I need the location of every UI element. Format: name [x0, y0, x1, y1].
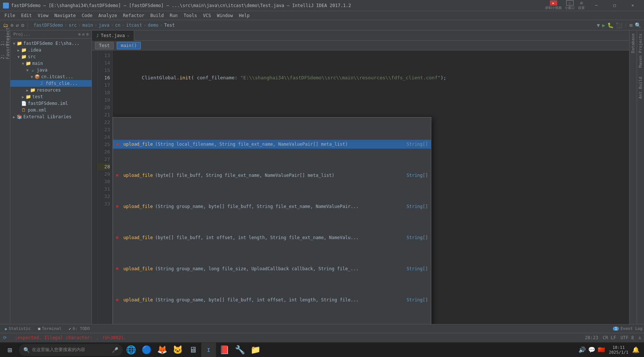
ac-method-name: upload_file: [123, 234, 153, 241]
menu-run[interactable]: Run: [167, 11, 181, 20]
code-editor[interactable]: 13 14 15 16 17 18 19 20 21 22 23 24 25 2…: [92, 50, 629, 324]
taskbar-acrobat[interactable]: 📕: [217, 343, 232, 357]
tree-main[interactable]: ▼ 📁 main: [10, 60, 92, 67]
minimize-btn[interactable]: ─: [588, 0, 605, 11]
window-controls: ─ □ ✕: [588, 0, 641, 11]
menu-code[interactable]: Code: [79, 11, 96, 20]
menu-analyze[interactable]: Analyze: [95, 11, 120, 20]
bc-cn[interactable]: cn: [115, 23, 120, 28]
run-btn[interactable]: ▶: [602, 22, 605, 28]
todo-tab[interactable]: ✔ 6: TODO: [66, 325, 93, 332]
project-header-label: Proj...: [13, 32, 30, 37]
small-window-btn[interactable]: □ 小窗口: [565, 0, 575, 10]
tree-pom[interactable]: 🗒 pom.xml: [10, 107, 92, 113]
ac-item-3[interactable]: m upload_file(String group_name, byte[] …: [113, 202, 431, 211]
bc-main[interactable]: main: [82, 23, 93, 28]
bottom-toolbar: ◆ Statistic ■ Terminal ✔ 6: TODO 1 Event…: [0, 324, 644, 333]
menu-window[interactable]: Window: [214, 11, 236, 20]
ac-item-5[interactable]: m upload_file(String group_name, long fi…: [113, 264, 431, 273]
toolbar-btn-1[interactable]: ⊕: [10, 22, 13, 28]
menu-refactor[interactable]: Refactor: [120, 11, 147, 20]
settings-gear[interactable]: ⚙: [21, 22, 24, 28]
record-video-btn[interactable]: ▶ 录制小视频: [545, 0, 562, 10]
ac-params: (String group_name, byte[] file_buff, in…: [155, 296, 358, 304]
menu-view[interactable]: View: [35, 11, 52, 20]
method-selector[interactable]: main(): [117, 42, 141, 49]
close-btn[interactable]: ✕: [624, 0, 641, 11]
class-selector[interactable]: Test: [95, 42, 114, 49]
bc-src[interactable]: src: [69, 23, 77, 28]
tree-fdfs[interactable]: J fdfs_clie...: [10, 80, 92, 87]
statistic-tab[interactable]: ◆ Statistic: [1, 325, 34, 332]
menu-vcs[interactable]: VCS: [200, 11, 214, 20]
ac-item-4[interactable]: m upload_file(byte[] file_buff, int offs…: [113, 233, 431, 242]
maximize-btn[interactable]: □: [606, 0, 623, 11]
menu-build[interactable]: Build: [147, 11, 167, 20]
taskbar-idea[interactable]: I: [201, 343, 216, 357]
maven-tab[interactable]: Maven Projects: [637, 30, 644, 71]
bc-java[interactable]: java: [99, 23, 109, 28]
start-button[interactable]: ⊞: [1, 343, 18, 357]
fav-btn[interactable]: 2: Favorites: [0, 42, 10, 52]
tree-iml[interactable]: 📄 fastDFSdemo.iml: [10, 100, 92, 107]
ac-item-6[interactable]: m upload_file(String group_name, byte[] …: [113, 295, 431, 304]
ac-method-icon: m: [116, 172, 121, 179]
tree-label: fdfs_clie...: [46, 81, 78, 86]
search-everywhere-btn[interactable]: 🔍: [635, 22, 641, 28]
taskbar-folder[interactable]: 📁: [248, 343, 263, 357]
grid-view-btn[interactable]: ⊞: [630, 22, 633, 28]
ph-btn2[interactable]: ⇄: [82, 32, 85, 37]
tab-close-btn[interactable]: ✕: [127, 34, 129, 38]
tree-arrow: ▶: [16, 48, 21, 52]
code-content[interactable]: ClientGlobal.init( conf_filename: "E:\\s…: [113, 50, 629, 324]
settings-btn[interactable]: ⚙ 设置: [578, 0, 585, 10]
ph-btn3[interactable]: ⚙: [86, 32, 89, 37]
terminal-tab[interactable]: ■ Terminal: [35, 325, 64, 332]
debug-btn[interactable]: 🐛: [607, 22, 614, 28]
ac-method-name: upload_file: [123, 141, 153, 148]
tree-src[interactable]: ▼ 📁 src: [10, 53, 92, 60]
ac-method-name: upload_file: [123, 203, 153, 210]
database-tab[interactable]: Database: [629, 30, 637, 56]
ant-build-tab[interactable]: Ant Build: [637, 74, 644, 102]
stop-btn[interactable]: ⬛: [616, 22, 622, 28]
toolbar-btn-2[interactable]: ⇄: [16, 22, 19, 28]
menu-file[interactable]: File: [1, 11, 18, 20]
tree-cn-itcast[interactable]: ▼ 📦 cn.itcast...: [10, 73, 92, 80]
bc-fastdfsdemo[interactable]: fastDFSdemo: [34, 23, 63, 28]
taskbar-git[interactable]: 🔧: [232, 343, 247, 357]
taskbar-cmd[interactable]: 🖥: [186, 343, 200, 357]
menu-navigate[interactable]: Navigate: [52, 11, 79, 20]
tab-test-java[interactable]: J Test.java ✕: [92, 31, 134, 41]
line-num: 28: [98, 163, 110, 171]
clock[interactable]: 18:11 2025/1/1: [607, 345, 630, 355]
autocomplete-dropdown[interactable]: m upload_file(String local_filename, Str…: [113, 117, 431, 324]
tree-test[interactable]: ▶ 📁 test: [10, 93, 92, 100]
taskbar-ie[interactable]: 🌐: [123, 343, 138, 357]
ph-btn1[interactable]: ⊕: [78, 32, 81, 37]
tree-resources[interactable]: ▶ 📁 resources: [10, 87, 92, 93]
clock-date: 2025/1/1: [609, 350, 628, 355]
tree-ext-libs[interactable]: ▶ 📚 External Libraries: [10, 113, 92, 120]
ac-item-1[interactable]: m upload_file(String local_filename, Str…: [113, 140, 431, 149]
terminal-label: Terminal: [42, 326, 62, 331]
folder-icon: 📁: [21, 54, 27, 59]
tree-root[interactable]: ▼ 📁 fastDFSdemo E:\sha...: [10, 40, 92, 47]
menu-edit[interactable]: Edit: [18, 11, 35, 20]
ac-item-2[interactable]: m upload_file(byte[] file_buff, String f…: [113, 171, 431, 180]
bc-itcast[interactable]: itcast: [126, 23, 142, 28]
status-spinner: ⟳: [3, 335, 7, 340]
search-bar[interactable]: 🔍 在这里输入您要搜索的内容 🎤: [19, 344, 123, 356]
notification-btn[interactable]: 🔔: [632, 346, 640, 353]
run-config-selector[interactable]: ▼: [597, 22, 600, 28]
taskbar-chrome[interactable]: 🔵: [139, 343, 154, 357]
todo-icon: ✔: [69, 327, 71, 331]
taskbar-app1[interactable]: 🐱: [170, 343, 185, 357]
tree-idea[interactable]: ▶ 📁 .idea: [10, 47, 92, 53]
event-log-tab[interactable]: Event Log: [620, 326, 643, 331]
taskbar-firefox[interactable]: 🦊: [155, 343, 169, 357]
menu-tools[interactable]: Tools: [181, 11, 200, 20]
menu-help[interactable]: Help: [236, 11, 253, 20]
tree-java[interactable]: ▼ ☕ java: [10, 67, 92, 73]
bc-demo[interactable]: demo: [148, 23, 159, 28]
